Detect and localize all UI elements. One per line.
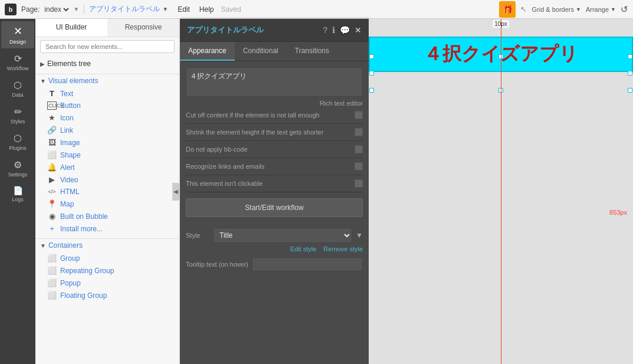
option-cutoff-label: Cut off content if the element is not ta… bbox=[186, 112, 355, 119]
container-repeating-group[interactable]: ⬜ Repeating Group bbox=[35, 264, 179, 277]
edit-style-link[interactable]: Edit style bbox=[290, 245, 317, 252]
sel-handle-left-center[interactable] bbox=[369, 71, 374, 76]
menu-edit[interactable]: Edit bbox=[178, 5, 190, 14]
chat-icon[interactable]: 💬 bbox=[340, 25, 350, 35]
tooltip-input[interactable] bbox=[252, 257, 363, 271]
sidebar-item-logs[interactable]: 📄 Logs bbox=[1, 182, 34, 206]
sel-handle-bottom-left[interactable] bbox=[369, 88, 374, 93]
alert-icon: 🔔 bbox=[47, 163, 57, 172]
middle-panel: UI Builder Responsive ▶ Elements tree ▼ … bbox=[35, 19, 180, 364]
element-title[interactable]: アプリタイトルラベル ▼ bbox=[84, 4, 168, 14]
page-dropdown-arrow: ▼ bbox=[73, 6, 79, 12]
styles-icon: ✏ bbox=[14, 106, 22, 117]
element-button[interactable]: CLICK Button bbox=[35, 100, 179, 112]
cursor-icon: ↖ bbox=[520, 5, 527, 14]
tab-conditional[interactable]: Conditional bbox=[235, 42, 287, 61]
design-icon: ✕ bbox=[14, 25, 22, 38]
info-icon[interactable]: ℹ bbox=[332, 25, 335, 35]
page-dropdown[interactable]: index bbox=[42, 5, 71, 14]
property-panel-header: アプリタイトルラベル ? ℹ 💬 ✕ bbox=[180, 19, 369, 42]
title-dropdown-arrow: ▼ bbox=[162, 6, 168, 12]
collapse-handle[interactable]: ◀ bbox=[172, 183, 179, 201]
floating-group-icon: ⬜ bbox=[47, 291, 57, 300]
element-alert[interactable]: 🔔 Alert bbox=[35, 161, 179, 173]
option-cutoff-checkbox[interactable] bbox=[355, 111, 363, 119]
sel-handle-top-center[interactable] bbox=[498, 54, 503, 59]
element-built-on-bubble[interactable]: ◉ Built on Bubble bbox=[35, 210, 179, 222]
image-icon: 🖼 bbox=[47, 138, 57, 147]
close-icon[interactable]: ✕ bbox=[355, 25, 362, 35]
option-clickable-row: This element isn't clickable bbox=[186, 175, 363, 192]
element-text[interactable]: T Text bbox=[35, 87, 179, 100]
left-nav: ✕ Design ⟳ Workflow ⬡ Data ✏ Styles ⬡ Pl… bbox=[0, 19, 35, 364]
sel-handle-bottom-center[interactable] bbox=[498, 88, 503, 93]
sel-handle-right-center[interactable] bbox=[628, 71, 632, 76]
grid-chevron-icon: ▼ bbox=[576, 6, 581, 12]
sel-handle-top-right[interactable] bbox=[628, 54, 632, 59]
element-link[interactable]: 🔗 Link bbox=[35, 124, 179, 136]
middle-tabs: UI Builder Responsive bbox=[35, 19, 179, 37]
rich-text-editor-label[interactable]: Rich text editor bbox=[186, 100, 363, 107]
logs-icon: 📄 bbox=[13, 186, 23, 195]
canvas[interactable]: 10px 17px 32px ４択クイズアプリ 853px bbox=[369, 19, 633, 364]
button-icon: CLICK bbox=[47, 101, 57, 110]
option-bbcode-checkbox[interactable] bbox=[355, 145, 363, 153]
visual-elements-header[interactable]: ▼ Visual elements bbox=[35, 74, 179, 87]
option-shrink-row: Shrink the element height if the text ge… bbox=[186, 124, 363, 141]
style-select[interactable]: Title bbox=[213, 228, 352, 243]
workflow-button[interactable]: Start/Edit workflow bbox=[186, 198, 363, 217]
option-shrink-checkbox[interactable] bbox=[355, 128, 363, 136]
canvas-measurement: 853px bbox=[609, 209, 627, 216]
group-icon: ⬜ bbox=[47, 254, 57, 263]
option-clickable-checkbox[interactable] bbox=[355, 179, 363, 188]
element-install-more[interactable]: + Install more... bbox=[35, 222, 179, 235]
page-selector[interactable]: Page: index ▼ bbox=[21, 5, 79, 14]
option-clickable-label: This element isn't clickable bbox=[186, 180, 355, 187]
sel-handle-bottom-right[interactable] bbox=[628, 88, 632, 93]
property-panel: アプリタイトルラベル ? ℹ 💬 ✕ Appearance Conditiona… bbox=[180, 19, 369, 364]
text-content-input[interactable] bbox=[186, 67, 363, 97]
sidebar-item-data[interactable]: ⬡ Data bbox=[1, 76, 34, 101]
search-input[interactable] bbox=[40, 40, 175, 53]
plugins-icon: ⬡ bbox=[14, 133, 22, 144]
containers-header[interactable]: ▼ Containers bbox=[35, 238, 179, 252]
sel-handle-top-left[interactable] bbox=[369, 54, 374, 59]
top-menus: Edit Help bbox=[178, 5, 214, 14]
elements-tree-header[interactable]: ▶ Elements tree bbox=[35, 57, 179, 70]
container-group[interactable]: ⬜ Group bbox=[35, 252, 179, 264]
grid-borders-button[interactable]: Grid & borders ▼ bbox=[532, 6, 580, 13]
arrange-button[interactable]: Arrange ▼ bbox=[586, 6, 616, 13]
visual-elements-arrow: ▼ bbox=[40, 78, 46, 84]
sidebar-item-workflow[interactable]: ⟳ Workflow bbox=[1, 50, 34, 75]
tab-ui-builder[interactable]: UI Builder bbox=[35, 19, 107, 37]
shape-icon: ⬜ bbox=[47, 150, 57, 159]
menu-help[interactable]: Help bbox=[199, 5, 214, 14]
tab-transitions[interactable]: Transitions bbox=[287, 42, 337, 61]
element-image[interactable]: 🖼 Image bbox=[35, 136, 179, 149]
style-links: Edit style Remove style bbox=[186, 245, 363, 252]
element-shape[interactable]: ⬜ Shape bbox=[35, 149, 179, 161]
element-video[interactable]: ▶ Video bbox=[35, 173, 179, 186]
sidebar-item-styles[interactable]: ✏ Styles bbox=[1, 103, 34, 128]
style-label: Style bbox=[186, 232, 209, 239]
undo-icon[interactable]: ↺ bbox=[621, 4, 628, 15]
topbar-right: 🎁 ↖ Grid & borders ▼ Arrange ▼ ↺ bbox=[499, 1, 628, 18]
sidebar-item-plugins[interactable]: ⬡ Plugins bbox=[1, 129, 34, 155]
canvas-inner: 10px 17px 32px ４択クイズアプリ 853px bbox=[369, 19, 633, 364]
icon-icon: ★ bbox=[47, 113, 57, 122]
option-links-checkbox[interactable] bbox=[355, 162, 363, 170]
container-floating-group[interactable]: ⬜ Floating Group bbox=[35, 289, 179, 301]
container-popup[interactable]: ⬜ Popup bbox=[35, 277, 179, 289]
element-icon[interactable]: ★ Icon bbox=[35, 112, 179, 124]
help-icon[interactable]: ? bbox=[323, 25, 327, 35]
element-map[interactable]: 📍 Map bbox=[35, 198, 179, 210]
gift-icon[interactable]: 🎁 bbox=[499, 1, 516, 18]
canvas-header-element[interactable]: ４択クイズアプリ bbox=[369, 37, 633, 72]
sidebar-item-settings[interactable]: ⚙ Settings bbox=[1, 156, 34, 181]
remove-style-link[interactable]: Remove style bbox=[323, 245, 363, 252]
tab-appearance[interactable]: Appearance bbox=[180, 42, 235, 61]
html-icon: </> bbox=[47, 189, 57, 195]
sidebar-item-design[interactable]: ✕ Design bbox=[1, 21, 34, 48]
element-html[interactable]: </> HTML bbox=[35, 186, 179, 198]
tab-responsive[interactable]: Responsive bbox=[107, 19, 179, 37]
